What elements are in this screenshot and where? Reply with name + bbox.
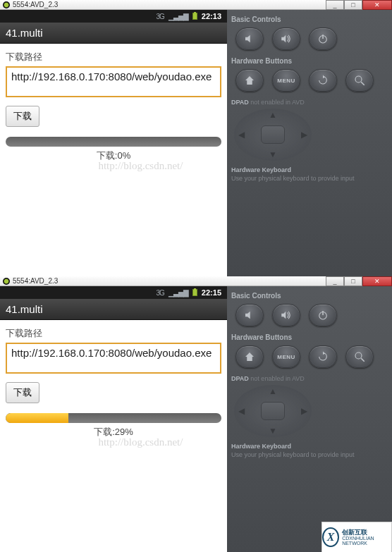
- battery-icon: [192, 13, 197, 20]
- progress-text: 下载:0%: [6, 149, 221, 162]
- svg-point-12: [355, 352, 362, 359]
- window-controls: _ □ ✕: [326, 276, 392, 286]
- back-button[interactable]: [309, 345, 337, 368]
- progress-bar: [6, 413, 221, 423]
- signal-icon: ▁▃▅▇: [169, 13, 188, 20]
- dpad: ◀ ▶ ▲ ▼: [234, 109, 312, 161]
- app-title: 41.multi: [6, 303, 43, 315]
- dpad-left-icon: ◀: [238, 406, 245, 416]
- dpad-label: DPAD not enabled in AVD: [231, 99, 388, 106]
- power-button[interactable]: [309, 304, 337, 326]
- phone-screen: 3G ▁▃▅▇ 22:15 41.multi 下载路径 下载 下载:29% ht…: [0, 276, 227, 552]
- phone-screen: 3G ▁▃▅▇ 22:13 41.multi 下载路径 下载 下载:0% htt…: [0, 0, 227, 276]
- dpad-up-icon: ▲: [269, 110, 277, 120]
- dpad-right-icon: ▶: [301, 130, 307, 140]
- dpad-center-button: [261, 402, 285, 420]
- hw-keyboard-title: Hardware Keyboard: [231, 166, 388, 173]
- clock: 22:13: [202, 12, 221, 20]
- window-minimize-button[interactable]: _: [326, 0, 344, 10]
- window-close-button[interactable]: ✕: [362, 0, 392, 10]
- window-title-bar[interactable]: 5554:AVD_2.3 _ □ ✕: [0, 0, 392, 10]
- dpad: ◀ ▶ ▲ ▼: [234, 385, 312, 437]
- dpad-center-button: [261, 125, 285, 144]
- volume-up-button[interactable]: [272, 27, 300, 50]
- window-title-bar[interactable]: 5554:AVD_2.3 _ □ ✕: [0, 276, 392, 286]
- window-title: 5554:AVD_2.3: [13, 277, 58, 285]
- emulator-window-2: 5554:AVD_2.3 _ □ ✕ 3G ▁▃▅▇ 22:15 41.mult…: [0, 276, 392, 552]
- network-3g-icon: 3G: [157, 289, 164, 297]
- dpad-left-icon: ◀: [238, 130, 245, 140]
- download-path-label: 下载路径: [6, 327, 221, 340]
- svg-point-5: [355, 76, 362, 82]
- battery-icon: [192, 289, 197, 296]
- hardware-buttons-title: Hardware Buttons: [231, 57, 388, 65]
- emulator-controls: Basic Controls Hardware Buttons MENU DPA…: [227, 0, 392, 276]
- dpad-down-icon: ▼: [269, 149, 277, 159]
- svg-marker-0: [245, 35, 250, 43]
- dpad-label: DPAD not enabled in AVD: [231, 375, 388, 382]
- dpad-up-icon: ▲: [269, 386, 277, 396]
- basic-controls-title: Basic Controls: [231, 16, 388, 23]
- download-button[interactable]: 下载: [6, 106, 39, 127]
- home-button[interactable]: [235, 69, 264, 92]
- url-input[interactable]: [6, 66, 221, 97]
- svg-line-13: [361, 358, 365, 362]
- power-button[interactable]: [309, 27, 337, 50]
- android-icon: [3, 1, 10, 8]
- window-title: 5554:AVD_2.3: [13, 1, 58, 8]
- hardware-buttons-title: Hardware Buttons: [231, 333, 388, 341]
- window-controls: _ □ ✕: [326, 0, 392, 10]
- network-3g-icon: 3G: [157, 13, 164, 20]
- android-icon: [3, 278, 10, 285]
- window-close-button[interactable]: ✕: [362, 276, 392, 286]
- app-title: 41.multi: [6, 27, 43, 39]
- phone-content: 下载路径 下载 下载:0% http://blog.csdn.net/: [0, 44, 227, 276]
- download-button[interactable]: 下载: [6, 382, 39, 403]
- search-button[interactable]: [345, 69, 374, 92]
- logo-text: 创新互联 CDXNHULIAN NETWORK: [342, 529, 391, 546]
- search-button[interactable]: [345, 345, 374, 368]
- home-button[interactable]: [235, 345, 264, 368]
- download-path-label: 下载路径: [6, 51, 221, 63]
- menu-button[interactable]: MENU: [272, 345, 300, 368]
- svg-line-6: [361, 82, 365, 85]
- basic-controls-title: Basic Controls: [231, 292, 388, 300]
- dpad-right-icon: ▶: [301, 406, 307, 416]
- volume-up-button[interactable]: [272, 304, 300, 326]
- back-button[interactable]: [309, 69, 337, 92]
- app-title-bar: 41.multi: [0, 23, 227, 44]
- logo-icon: X: [322, 527, 339, 547]
- window-maximize-button[interactable]: □: [344, 276, 362, 286]
- emulator-controls: Basic Controls Hardware Buttons MENU DPA…: [227, 276, 392, 552]
- dpad-down-icon: ▼: [269, 426, 277, 436]
- window-minimize-button[interactable]: _: [326, 276, 344, 286]
- signal-icon: ▁▃▅▇: [169, 289, 188, 297]
- menu-button[interactable]: MENU: [272, 69, 300, 92]
- volume-down-button[interactable]: [235, 27, 264, 50]
- svg-marker-1: [281, 35, 286, 43]
- progress-fill: [6, 413, 68, 423]
- hw-keyboard-title: Hardware Keyboard: [231, 443, 388, 450]
- volume-down-button[interactable]: [235, 304, 264, 326]
- svg-marker-7: [245, 312, 250, 319]
- emulator-window-1: 5554:AVD_2.3 _ □ ✕ 3G ▁▃▅▇ 22:13 41.mult…: [0, 0, 392, 276]
- url-input[interactable]: [6, 343, 221, 374]
- svg-marker-8: [281, 312, 286, 319]
- hw-keyboard-text: Use your physical keyboard to provide in…: [231, 451, 388, 458]
- watermark-logo: X 创新互联 CDXNHULIAN NETWORK: [321, 522, 392, 552]
- hw-keyboard-text: Use your physical keyboard to provide in…: [231, 175, 388, 182]
- status-bar: 3G ▁▃▅▇ 22:15: [0, 286, 227, 299]
- progress-text: 下载:29%: [6, 426, 221, 438]
- phone-content: 下载路径 下载 下载:29% http://blog.csdn.net/: [0, 320, 227, 552]
- status-bar: 3G ▁▃▅▇ 22:13: [0, 10, 227, 23]
- app-title-bar: 41.multi: [0, 299, 227, 320]
- window-maximize-button[interactable]: □: [344, 0, 362, 10]
- clock: 22:15: [202, 288, 221, 297]
- progress-bar: [6, 137, 221, 147]
